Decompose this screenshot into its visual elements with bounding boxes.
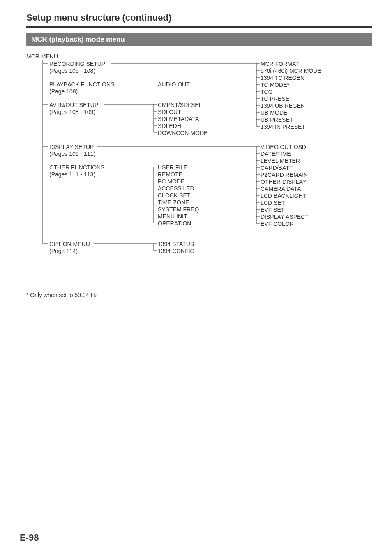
tree-leaf: 1394 UB REGEN xyxy=(261,102,305,109)
tree-leaf: CMPNT/SDI SEL xyxy=(158,102,202,109)
tree-leaf: 576i (480i) MCR MODE xyxy=(261,67,321,74)
tree-leaf: CARD/BATT xyxy=(261,165,293,172)
tree-node-pages: (Page 114) xyxy=(49,248,78,255)
tree-leaf: SYSTEM FREQ xyxy=(158,206,199,213)
tree-leaf: DISPLAY ASPECT xyxy=(261,214,309,220)
subsection-band: MCR (playback) mode menu xyxy=(26,33,372,46)
tree-leaf: EVF COLOR xyxy=(261,220,294,227)
menu-tree: MCR MENU RECORDING SETUP (Pages 105 - 10… xyxy=(26,53,372,283)
tree-node-pages: (Pages 109 - 111) xyxy=(49,151,95,158)
tree-leaf: TIME ZONE xyxy=(158,199,189,206)
footnote: * Only when set to 59.94 Hz xyxy=(26,292,372,298)
tree-leaf: CLOCK SET xyxy=(158,192,190,199)
tree-leaf: LCD SET xyxy=(261,200,285,207)
tree-leaf: OPERATION xyxy=(158,220,191,227)
tree-node: AV IN/OUT SETUP xyxy=(49,102,98,109)
tree-leaf: PC MODE xyxy=(158,178,184,185)
tree-node: RECORDING SETUP xyxy=(49,60,105,67)
tree-leaf: SDI OUT xyxy=(158,109,181,116)
tree-leaf: EVF SET xyxy=(261,207,284,214)
tree-leaf: SDI METADATA xyxy=(158,116,199,123)
tree-leaf: UB PRESET xyxy=(261,116,293,123)
tree-leaf: 1394 TC REGEN xyxy=(261,74,304,81)
tree-leaf: AUDIO OUT xyxy=(158,81,190,88)
tree-root: MCR MENU xyxy=(26,53,58,60)
page-number: E-98 xyxy=(20,532,39,543)
tree-leaf: ACCESS LED xyxy=(158,185,194,192)
tree-node-pages: (Pages 111 - 113) xyxy=(49,171,95,178)
tree-leaf: 1394 CONFIG xyxy=(158,248,194,255)
tree-leaf: TCG xyxy=(261,88,273,95)
tree-leaf: UB MODE xyxy=(261,109,287,116)
tree-leaf: REMOTE xyxy=(158,171,182,178)
tree-node: DISPLAY SETUP xyxy=(49,144,94,151)
section-title: Setup menu structure (continued) xyxy=(26,12,372,23)
tree-leaf: LCD BACKLIGHT xyxy=(261,193,306,200)
tree-leaf: MCR FORMAT xyxy=(261,60,299,67)
tree-leaf: TC MODE* xyxy=(261,81,289,88)
tree-leaf: MENU INIT xyxy=(158,213,187,220)
tree-node: PLAYBACK FUNCTIONS xyxy=(49,81,114,88)
tree-leaf: TC PRESET xyxy=(261,95,293,102)
tree-leaf: DATE/TIME xyxy=(261,151,291,158)
divider xyxy=(26,26,372,28)
tree-leaf: DOWNCON MODE xyxy=(158,130,208,137)
tree-node-pages: (Pages 105 - 108) xyxy=(49,67,95,74)
tree-leaf: SDI EDH xyxy=(158,123,181,130)
tree-leaf: LEVEL METER xyxy=(261,158,300,165)
tree-leaf: VIDEO OUT OSD xyxy=(261,144,306,151)
tree-node: OPTION MENU xyxy=(49,241,90,248)
tree-leaf: 1394 STATUS xyxy=(158,241,194,248)
tree-leaf: 1394 IN PRESET xyxy=(261,123,305,130)
tree-node-pages: (Pages 108 - 109) xyxy=(49,109,95,116)
tree-leaf: USER FILE xyxy=(158,164,187,171)
tree-node: OTHER FUNCTIONS xyxy=(49,164,105,171)
tree-leaf: OTHER DISPLAY xyxy=(261,179,306,186)
tree-leaf: CAMERA DATA xyxy=(261,186,301,193)
tree-node-pages: (Page 108) xyxy=(49,88,78,95)
tree-leaf: P2CARD REMAIN xyxy=(261,172,308,179)
